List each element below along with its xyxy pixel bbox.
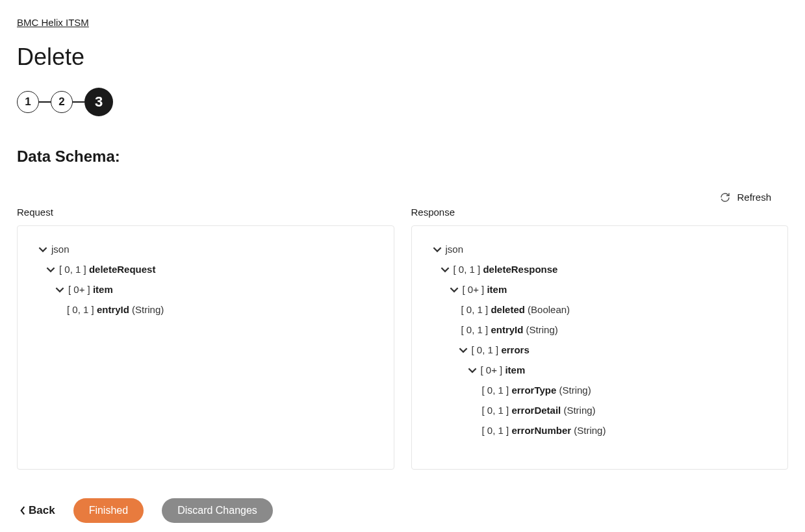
tree-node-entryId[interactable]: [ 0, 1 ] entryId (String) [428,320,773,340]
breadcrumb-link[interactable]: BMC Helix ITSM [17,17,89,28]
tree-node-deleteResponse[interactable]: [ 0, 1 ] deleteResponse [428,259,773,279]
stepper: 1 2 3 [17,88,788,116]
section-title: Data Schema: [17,147,788,166]
tree-field-name: errorDetail [511,403,561,417]
chevron-down-icon [441,265,450,274]
refresh-icon [720,192,730,203]
step-3-active[interactable]: 3 [84,88,113,116]
chevron-down-icon [433,245,442,254]
tree-cardinality: [ 0, 1 ] [482,403,509,417]
tree-field-name: deleteRequest [89,262,156,276]
request-column: Request json [ 0, 1 ] deleteRequest [ 0+… [17,207,394,470]
tree-field-name: deleteResponse [483,262,557,276]
tree-cardinality: [ 0, 1 ] [454,262,481,276]
tree-field-name: item [505,363,525,377]
back-button[interactable]: Back [19,504,55,517]
tree-node-label: json [446,242,464,256]
tree-cardinality: [ 0, 1 ] [472,343,499,357]
tree-node-errorType[interactable]: [ 0, 1 ] errorType (String) [428,380,773,400]
tree-field-name: deleted [491,303,525,316]
back-label: Back [29,504,55,517]
tree-field-name: entryId [97,303,129,316]
refresh-label: Refresh [737,192,771,203]
tree-field-type: (String) [563,403,595,417]
tree-field-type: (String) [574,424,606,437]
tree-node-errorNumber[interactable]: [ 0, 1 ] errorNumber (String) [428,420,773,440]
step-connector [39,101,51,103]
tree-field-name: item [93,283,113,296]
chevron-down-icon [46,265,55,274]
tree-cardinality: [ 0, 1 ] [461,323,489,336]
request-schema-box: json [ 0, 1 ] deleteRequest [ 0+ ] item … [17,225,394,470]
tree-field-name: entryId [491,323,523,336]
tree-field-type: (String) [559,383,591,397]
tree-node-item[interactable]: [ 0+ ] item [33,279,378,299]
tree-cardinality: [ 0+ ] [463,283,485,296]
tree-node-errorDetail[interactable]: [ 0, 1 ] errorDetail (String) [428,400,773,420]
tree-cardinality: [ 0+ ] [68,283,90,296]
response-label: Response [411,207,789,218]
finished-button[interactable]: Finished [73,498,144,523]
tree-field-name: errorNumber [511,424,571,437]
tree-field-type: (Boolean) [528,303,570,316]
tree-cardinality: [ 0+ ] [481,363,503,377]
tree-node-json[interactable]: json [33,239,378,259]
tree-cardinality: [ 0, 1 ] [482,383,509,397]
page-title: Delete [17,44,788,71]
tree-cardinality: [ 0, 1 ] [482,424,509,437]
tree-node-deleteRequest[interactable]: [ 0, 1 ] deleteRequest [33,259,378,279]
refresh-button[interactable]: Refresh [720,192,771,203]
request-label: Request [17,207,394,218]
chevron-down-icon [468,366,477,375]
chevron-left-icon [19,506,26,515]
chevron-down-icon [459,346,468,355]
chevron-down-icon [450,285,459,294]
tree-node-item[interactable]: [ 0+ ] item [428,279,773,299]
tree-field-type: (String) [526,323,558,336]
step-1[interactable]: 1 [17,91,39,113]
tree-node-label: json [51,242,70,256]
tree-cardinality: [ 0, 1 ] [461,303,489,316]
tree-field-name: errorType [511,383,556,397]
tree-field-type: (String) [132,303,164,316]
tree-cardinality: [ 0, 1 ] [67,303,94,316]
tree-field-name: item [487,283,507,296]
tree-node-deleted[interactable]: [ 0, 1 ] deleted (Boolean) [428,299,773,320]
footer-bar: Back Finished Discard Changes [17,498,788,523]
tree-field-name: errors [501,343,529,357]
chevron-down-icon [38,245,47,254]
step-2[interactable]: 2 [51,91,73,113]
response-column: Response json [ 0, 1 ] deleteResponse [ … [411,207,789,470]
response-schema-box: json [ 0, 1 ] deleteResponse [ 0+ ] item… [411,225,789,470]
step-connector [73,101,84,103]
tree-node-entryId[interactable]: [ 0, 1 ] entryId (String) [33,299,378,320]
tree-node-errors[interactable]: [ 0, 1 ] errors [428,340,773,360]
chevron-down-icon [55,285,64,294]
tree-cardinality: [ 0, 1 ] [59,262,86,276]
discard-changes-button[interactable]: Discard Changes [162,498,273,523]
tree-node-errors-item[interactable]: [ 0+ ] item [428,360,773,380]
tree-node-json[interactable]: json [428,239,773,259]
